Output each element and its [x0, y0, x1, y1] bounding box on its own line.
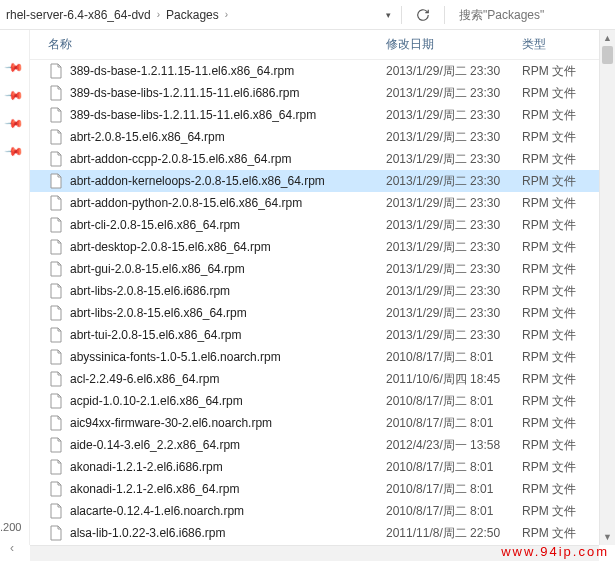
file-type: RPM 文件	[522, 415, 592, 432]
scroll-down-button[interactable]: ▼	[600, 529, 616, 545]
search-input[interactable]	[459, 8, 609, 22]
file-type: RPM 文件	[522, 63, 592, 80]
file-name: abrt-addon-python-2.0.8-15.el6.x86_64.rp…	[70, 196, 386, 210]
scroll-up-button[interactable]: ▲	[600, 30, 616, 46]
pin-icon[interactable]: 📌	[4, 141, 25, 162]
file-name: abyssinica-fonts-1.0-5.1.el6.noarch.rpm	[70, 350, 386, 364]
file-date: 2010/8/17/周二 8:01	[386, 503, 522, 520]
file-icon	[48, 261, 64, 277]
file-row[interactable]: abrt-addon-python-2.0.8-15.el6.x86_64.rp…	[30, 192, 615, 214]
file-icon	[48, 349, 64, 365]
column-header-date[interactable]: 修改日期	[386, 36, 522, 53]
file-type: RPM 文件	[522, 393, 592, 410]
file-row[interactable]: abrt-libs-2.0.8-15.el6.i686.rpm2013/1/29…	[30, 280, 615, 302]
address-bar: rhel-server-6.4-x86_64-dvd › Packages › …	[0, 0, 615, 30]
chevron-left-icon[interactable]: ‹	[10, 541, 14, 555]
file-icon	[48, 239, 64, 255]
refresh-button[interactable]	[412, 4, 434, 26]
sidebar-truncated-text: .200	[0, 521, 21, 533]
file-date: 2013/1/29/周二 23:30	[386, 239, 522, 256]
file-date: 2013/1/29/周二 23:30	[386, 63, 522, 80]
search-box[interactable]	[455, 4, 609, 26]
file-row[interactable]: aic94xx-firmware-30-2.el6.noarch.rpm2010…	[30, 412, 615, 434]
file-icon	[48, 305, 64, 321]
pin-icon[interactable]: 📌	[4, 57, 25, 78]
file-row[interactable]: 389-ds-base-libs-1.2.11.15-11.el6.i686.r…	[30, 82, 615, 104]
file-icon	[48, 151, 64, 167]
file-name: acl-2.2.49-6.el6.x86_64.rpm	[70, 372, 386, 386]
scrollbar-track[interactable]	[600, 46, 615, 529]
column-header-name[interactable]: 名称	[48, 36, 386, 53]
file-row[interactable]: abyssinica-fonts-1.0-5.1.el6.noarch.rpm2…	[30, 346, 615, 368]
file-type: RPM 文件	[522, 217, 592, 234]
file-row[interactable]: abrt-addon-kerneloops-2.0.8-15.el6.x86_6…	[30, 170, 615, 192]
file-row[interactable]: abrt-addon-ccpp-2.0.8-15.el6.x86_64.rpm2…	[30, 148, 615, 170]
file-row[interactable]: 389-ds-base-1.2.11.15-11.el6.x86_64.rpm2…	[30, 60, 615, 82]
file-row[interactable]: akonadi-1.2.1-2.el6.x86_64.rpm2010/8/17/…	[30, 478, 615, 500]
file-date: 2013/1/29/周二 23:30	[386, 261, 522, 278]
file-type: RPM 文件	[522, 195, 592, 212]
file-name: alsa-lib-1.0.22-3.el6.i686.rpm	[70, 526, 386, 540]
pin-icon[interactable]: 📌	[4, 113, 25, 134]
file-row[interactable]: acl-2.2.49-6.el6.x86_64.rpm2011/10/6/周四 …	[30, 368, 615, 390]
file-icon	[48, 393, 64, 409]
breadcrumb-parent[interactable]: rhel-server-6.4-x86_64-dvd	[6, 8, 151, 22]
file-type: RPM 文件	[522, 525, 592, 542]
file-type: RPM 文件	[522, 129, 592, 146]
file-row[interactable]: aide-0.14-3.el6_2.2.x86_64.rpm2012/4/23/…	[30, 434, 615, 456]
file-icon	[48, 85, 64, 101]
file-date: 2010/8/17/周二 8:01	[386, 393, 522, 410]
file-row[interactable]: alacarte-0.12.4-1.el6.noarch.rpm2010/8/1…	[30, 500, 615, 522]
history-dropdown-icon[interactable]: ▾	[386, 10, 391, 20]
file-type: RPM 文件	[522, 437, 592, 454]
file-row[interactable]: abrt-libs-2.0.8-15.el6.x86_64.rpm2013/1/…	[30, 302, 615, 324]
file-date: 2010/8/17/周二 8:01	[386, 349, 522, 366]
breadcrumb-current[interactable]: Packages	[166, 8, 219, 22]
file-icon	[48, 525, 64, 541]
file-type: RPM 文件	[522, 239, 592, 256]
column-headers: 名称 修改日期 类型	[30, 30, 615, 60]
sidebar: 📌 📌 📌 📌	[0, 30, 30, 545]
file-date: 2011/11/8/周二 22:50	[386, 525, 522, 542]
file-date: 2013/1/29/周二 23:30	[386, 283, 522, 300]
file-row[interactable]: abrt-tui-2.0.8-15.el6.x86_64.rpm2013/1/2…	[30, 324, 615, 346]
file-date: 2013/1/29/周二 23:30	[386, 327, 522, 344]
chevron-right-icon: ›	[157, 9, 160, 20]
file-date: 2013/1/29/周二 23:30	[386, 151, 522, 168]
file-type: RPM 文件	[522, 503, 592, 520]
file-icon	[48, 371, 64, 387]
file-date: 2010/8/17/周二 8:01	[386, 481, 522, 498]
file-row[interactable]: acpid-1.0.10-2.1.el6.x86_64.rpm2010/8/17…	[30, 390, 615, 412]
file-row[interactable]: 389-ds-base-libs-1.2.11.15-11.el6.x86_64…	[30, 104, 615, 126]
file-row[interactable]: abrt-2.0.8-15.el6.x86_64.rpm2013/1/29/周二…	[30, 126, 615, 148]
file-date: 2013/1/29/周二 23:30	[386, 85, 522, 102]
file-name: akonadi-1.2.1-2.el6.x86_64.rpm	[70, 482, 386, 496]
column-header-type[interactable]: 类型	[522, 36, 592, 53]
file-name: abrt-gui-2.0.8-15.el6.x86_64.rpm	[70, 262, 386, 276]
file-icon	[48, 107, 64, 123]
breadcrumb[interactable]: rhel-server-6.4-x86_64-dvd › Packages ›	[6, 8, 228, 22]
file-icon	[48, 217, 64, 233]
file-row[interactable]: akonadi-1.2.1-2.el6.i686.rpm2010/8/17/周二…	[30, 456, 615, 478]
pin-icon[interactable]: 📌	[4, 85, 25, 106]
file-name: abrt-libs-2.0.8-15.el6.i686.rpm	[70, 284, 386, 298]
file-type: RPM 文件	[522, 107, 592, 124]
file-name: 389-ds-base-1.2.11.15-11.el6.x86_64.rpm	[70, 64, 386, 78]
file-date: 2013/1/29/周二 23:30	[386, 107, 522, 124]
vertical-scrollbar[interactable]: ▲ ▼	[599, 30, 615, 545]
file-name: akonadi-1.2.1-2.el6.i686.rpm	[70, 460, 386, 474]
file-icon	[48, 129, 64, 145]
file-icon	[48, 415, 64, 431]
file-row[interactable]: abrt-cli-2.0.8-15.el6.x86_64.rpm2013/1/2…	[30, 214, 615, 236]
file-type: RPM 文件	[522, 327, 592, 344]
scrollbar-thumb[interactable]	[602, 46, 613, 64]
file-name: abrt-addon-ccpp-2.0.8-15.el6.x86_64.rpm	[70, 152, 386, 166]
divider	[444, 6, 445, 24]
file-row[interactable]: abrt-desktop-2.0.8-15.el6.x86_64.rpm2013…	[30, 236, 615, 258]
file-row[interactable]: alsa-lib-1.0.22-3.el6.i686.rpm2011/11/8/…	[30, 522, 615, 544]
file-row[interactable]: abrt-gui-2.0.8-15.el6.x86_64.rpm2013/1/2…	[30, 258, 615, 280]
file-icon	[48, 283, 64, 299]
file-name: abrt-libs-2.0.8-15.el6.x86_64.rpm	[70, 306, 386, 320]
file-date: 2013/1/29/周二 23:30	[386, 195, 522, 212]
divider	[401, 6, 402, 24]
